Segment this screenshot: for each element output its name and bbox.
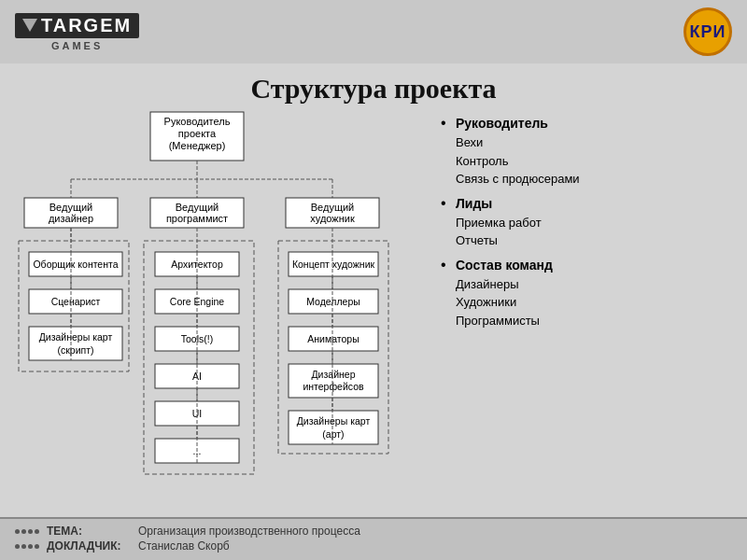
svg-text:Ведущий: Ведущий [311,202,354,213]
svg-text:Дизайнеры карт: Дизайнеры карт [297,415,371,427]
games-text: GAMES [51,40,103,51]
targem-logo: TARGEM GAMES [15,13,139,51]
right-panel: Руководитель Вехи Контроль Связь с продю… [426,110,732,511]
svg-text:дизайнер: дизайнер [49,213,93,224]
org-chart-svg: Руководитель проекта (Менеджер) Ведущий … [15,110,416,511]
svg-text:интерфейсов: интерфейсов [303,381,364,392]
sostav-sub-1: Дизайнеры [456,275,732,294]
header: TARGEM GAMES КРИ [0,0,747,63]
svg-text:(арт): (арт) [322,428,344,440]
tema-label: ТЕМА: [47,525,131,538]
svg-text:Дизайнер: Дизайнер [312,369,356,380]
sostav-sub-3: Программисты [456,312,732,330]
svg-text:Ведущий: Ведущий [176,202,218,213]
lidy-label: Лиды [456,196,492,211]
rukovoditel-sub-2: Контроль [456,152,732,171]
svg-text:(скрипт): (скрипт) [57,344,93,356]
footer: ТЕМА: Организация производственного проц… [0,517,747,560]
lidy-sub-1: Приемка работ [456,214,732,232]
svg-text:проекта: проекта [178,128,217,139]
svg-text:(Менеджер): (Менеджер) [169,140,226,151]
svg-text:Концепт художник: Концепт художник [292,259,375,270]
tema-value: Организация производственного процесса [138,525,360,538]
svg-text:Дизайнеры карт: Дизайнеры карт [39,331,113,343]
sostav-label: Состав команд [456,258,553,273]
svg-text:Аниматоры: Аниматоры [307,333,359,344]
svg-text:программист: программист [166,213,228,224]
diamond-icon [22,19,37,32]
rukovoditel-label: Руководитель [456,116,548,131]
svg-text:Моделлеры: Моделлеры [306,296,360,307]
dokladchik-value: Станислав Скорб [138,539,230,553]
dots-icon-2 [15,544,39,549]
footer-row-tema: ТЕМА: Организация производственного проц… [15,525,732,538]
list-item-sostav: Состав команд Дизайнеры Художники Програ… [441,256,732,330]
svg-text:Сценарист: Сценарист [51,296,101,307]
svg-text:художник: художник [310,213,355,224]
kri-text: КРИ [690,22,726,42]
list-item-rukovoditel: Руководитель Вехи Контроль Связь с продю… [441,114,732,189]
sostav-sub-2: Художники [456,293,732,312]
lidy-sub-2: Отчеты [456,231,732,250]
svg-text:Ведущий: Ведущий [49,202,92,213]
rukovoditel-sub-1: Вехи [456,133,732,152]
content-area: Руководитель проекта (Менеджер) Ведущий … [0,110,747,511]
dokladchik-label: ДОКЛАДЧИК: [47,539,131,553]
svg-text:Руководитель: Руководитель [164,116,231,127]
org-chart: Руководитель проекта (Менеджер) Ведущий … [15,110,416,511]
kri-logo: КРИ [684,7,732,56]
rukovoditel-sub-3: Связь с продюсерами [456,170,732,189]
info-list: Руководитель Вехи Контроль Связь с продю… [441,114,732,329]
logo-top: TARGEM [15,13,139,38]
targem-text: TARGEM [41,15,132,36]
footer-row-dokladchik: ДОКЛАДЧИК: Станислав Скорб [15,539,732,553]
page-title: Структура проекта [0,63,747,110]
svg-text:Оборщик контента: Оборщик контента [33,259,118,270]
list-item-lidy: Лиды Приемка работ Отчеты [441,194,732,250]
dots-icon [15,529,39,534]
